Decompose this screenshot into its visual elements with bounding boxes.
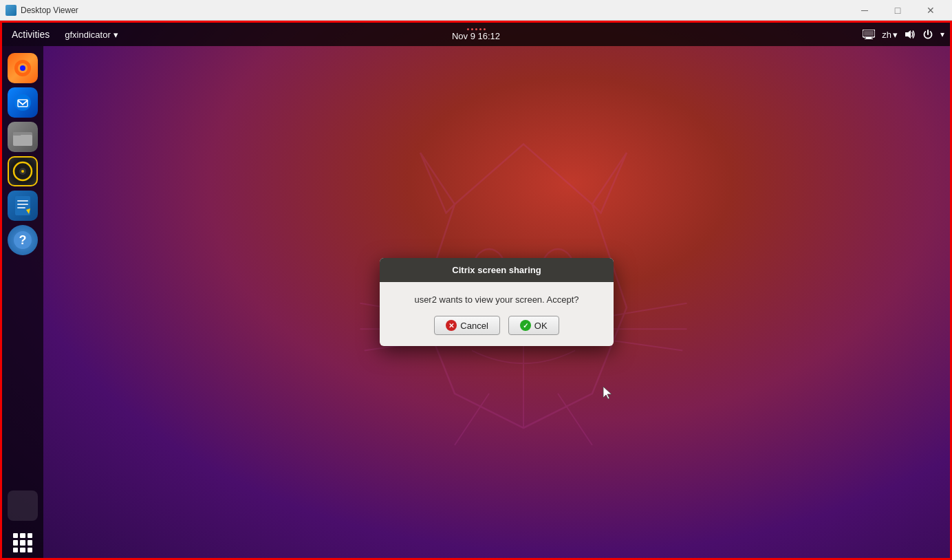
- screen-share-indicator-icon: [863, 30, 875, 39]
- cancel-icon: ✕: [446, 320, 457, 331]
- lang-arrow: ▾: [893, 30, 898, 40]
- dot-5: [483, 28, 485, 30]
- desktop-frame: Activities gfxindicator ▾ Nov 9 16:12: [0, 21, 952, 560]
- grid-dot-3: [28, 533, 32, 538]
- volume-icon[interactable]: [905, 30, 916, 39]
- lang-label: zh: [882, 30, 891, 40]
- svg-rect-17: [866, 37, 872, 39]
- citrix-dialog: Citrix screen sharing user2 wants to vie…: [380, 258, 614, 346]
- titlebar-left: Desktop Viewer: [6, 5, 78, 16]
- close-button[interactable]: ✕: [915, 0, 946, 21]
- grid-dot-9: [28, 548, 32, 552]
- topbar-right: zh ▾ ▾: [863, 29, 944, 40]
- svg-rect-27: [13, 135, 32, 146]
- svg-marker-20: [905, 30, 911, 39]
- dock-writer[interactable]: [8, 191, 38, 221]
- svg-rect-34: [17, 204, 28, 205]
- dock-rhythmbox[interactable]: [8, 156, 38, 186]
- topbar-center: Nov 9 16:12: [452, 28, 500, 41]
- grid-dot-5: [20, 540, 25, 545]
- power-icon[interactable]: [922, 29, 933, 40]
- grid-dot-4: [13, 540, 18, 545]
- dialog-title: Citrix screen sharing: [452, 265, 541, 275]
- ok-label: OK: [534, 321, 548, 331]
- window-controls: ─ □ ✕: [849, 0, 946, 21]
- dialog-message: user2 wants to view your screen. Accept?: [393, 294, 600, 305]
- dialog-overlay: Citrix screen sharing user2 wants to vie…: [43, 46, 950, 558]
- cancel-label: Cancel: [460, 321, 488, 331]
- minimize-button[interactable]: ─: [849, 0, 880, 21]
- maximize-button[interactable]: □: [882, 0, 913, 21]
- svg-point-31: [21, 170, 24, 173]
- svg-text:?: ?: [19, 233, 27, 247]
- system-menu-arrow[interactable]: ▾: [940, 30, 944, 39]
- dock-files[interactable]: [8, 122, 38, 152]
- ubuntu-dock: ?: [2, 46, 43, 558]
- ok-icon: ✓: [520, 320, 531, 331]
- dialog-buttons: ✕ Cancel ✓ OK: [393, 316, 600, 335]
- datetime-label[interactable]: Nov 9 16:12: [452, 31, 500, 41]
- ok-button[interactable]: ✓ OK: [508, 316, 559, 335]
- dot-3: [475, 28, 477, 30]
- grid-dot-2: [20, 533, 25, 538]
- dot-4: [479, 28, 481, 30]
- app-menu-arrow: ▾: [113, 30, 118, 40]
- topbar-left: Activities gfxindicator ▾: [8, 26, 118, 43]
- dock-help[interactable]: ?: [8, 225, 38, 255]
- language-indicator[interactable]: zh ▾: [882, 30, 898, 40]
- dock-firefox[interactable]: [8, 53, 38, 83]
- dialog-body: user2 wants to view your screen. Accept?…: [380, 282, 614, 346]
- notification-dots: [466, 28, 485, 30]
- window-title: Desktop Viewer: [21, 6, 78, 15]
- grid-dot-8: [20, 548, 25, 552]
- grid-dot-1: [13, 533, 18, 538]
- grid-dot-6: [28, 540, 32, 545]
- svg-point-23: [20, 65, 25, 71]
- dot-2: [470, 28, 473, 30]
- activities-button[interactable]: Activities: [8, 26, 54, 43]
- svg-rect-18: [865, 39, 873, 39]
- svg-rect-19: [864, 31, 874, 36]
- dock-thunderbird[interactable]: [8, 87, 38, 118]
- cancel-button[interactable]: ✕ Cancel: [434, 316, 499, 335]
- svg-rect-35: [17, 207, 25, 208]
- app-menu[interactable]: gfxindicator ▾: [65, 30, 118, 40]
- show-applications-button[interactable]: [8, 528, 38, 558]
- app-menu-label: gfxindicator: [65, 30, 110, 40]
- svg-rect-33: [17, 200, 28, 202]
- windows-titlebar: Desktop Viewer ─ □ ✕: [0, 0, 952, 21]
- dot-1: [466, 28, 468, 30]
- gnome-topbar: Activities gfxindicator ▾ Nov 9 16:12: [2, 23, 950, 46]
- svg-rect-28: [13, 132, 21, 136]
- dialog-titlebar: Citrix screen sharing: [380, 258, 614, 282]
- dock-bottom-area: [8, 491, 38, 521]
- grid-dot-7: [13, 548, 18, 552]
- svg-point-24: [14, 94, 31, 111]
- app-icon: [6, 5, 17, 16]
- ubuntu-desktop: Activities gfxindicator ▾ Nov 9 16:12: [2, 23, 950, 558]
